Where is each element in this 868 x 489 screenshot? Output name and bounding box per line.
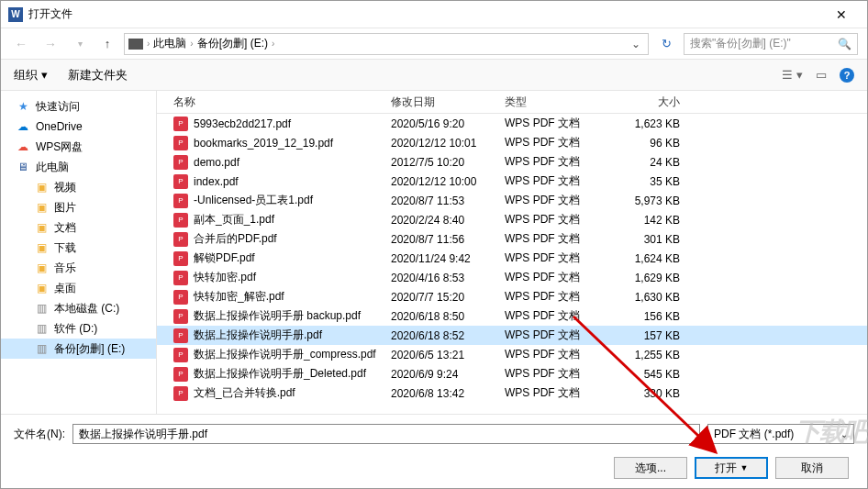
file-type: WPS PDF 文档 xyxy=(505,116,614,131)
file-row[interactable]: P文档_已合并转换.pdf2020/6/8 13:42WPS PDF 文档330… xyxy=(157,383,867,403)
file-size: 1,623 KB xyxy=(614,117,687,130)
search-icon[interactable]: 🔍 xyxy=(838,38,851,50)
file-size: 35 KB xyxy=(614,175,687,188)
sidebar-item[interactable]: ▣视频 xyxy=(1,177,156,197)
history-dropdown-icon[interactable]: ▾ xyxy=(69,33,91,55)
file-date: 2012/7/5 10:20 xyxy=(391,156,505,169)
disk-icon: ▥ xyxy=(34,302,49,315)
sidebar-item-label: 视频 xyxy=(54,180,76,195)
pdf-icon: P xyxy=(173,271,188,285)
filename-input[interactable] xyxy=(72,424,700,444)
file-name: 副本_页面_1.pdf xyxy=(194,212,274,228)
folder-icon: ▣ xyxy=(34,241,49,254)
file-name: 快转加密_解密.pdf xyxy=(194,289,284,305)
file-name: bookmarks_2019_12_19.pdf xyxy=(194,137,333,150)
file-size: 24 KB xyxy=(614,156,687,169)
file-date: 2020/2/24 8:40 xyxy=(391,214,505,227)
file-type: WPS PDF 文档 xyxy=(505,193,614,208)
sidebar-item-label: 音乐 xyxy=(54,261,76,276)
pdf-icon: P xyxy=(173,290,188,305)
file-type: WPS PDF 文档 xyxy=(505,270,614,285)
up-button[interactable]: ↑ xyxy=(98,35,117,53)
file-date: 2020/6/8 13:42 xyxy=(391,387,505,400)
file-date: 2020/5/16 9:20 xyxy=(391,117,505,130)
sidebar-item-label: 桌面 xyxy=(54,281,76,296)
sidebar-item[interactable]: ▥备份[勿删] (E:) xyxy=(1,339,156,359)
file-size: 142 KB xyxy=(614,214,687,227)
refresh-button[interactable]: ↻ xyxy=(656,37,676,50)
file-date: 2020/6/9 9:24 xyxy=(391,368,505,381)
file-type: WPS PDF 文档 xyxy=(505,135,614,150)
col-header-name[interactable]: 名称 xyxy=(157,94,391,110)
breadcrumb-dropdown-icon[interactable]: ⌄ xyxy=(628,38,644,50)
view-mode-icon[interactable]: ☰ ▾ xyxy=(782,68,803,82)
content-area: ★快速访问☁OneDrive☁WPS网盘🖥此电脑▣视频▣图片▣文档▣下载▣音乐▣… xyxy=(1,91,867,414)
file-type: WPS PDF 文档 xyxy=(505,173,614,189)
sidebar-item[interactable]: ▥软件 (D:) xyxy=(1,318,156,339)
star-icon: ★ xyxy=(16,100,30,113)
file-name: 合并后的PDF.pdf xyxy=(194,231,277,247)
pdf-icon: P xyxy=(173,117,188,131)
filename-row: 文件名(N): PDF 文档 (*.pdf) ⌄ xyxy=(14,424,854,444)
file-row[interactable]: P解锁PDF.pdf2020/11/24 9:42WPS PDF 文档1,624… xyxy=(157,249,867,268)
file-row[interactable]: P快转加密_解密.pdf2020/7/7 15:20WPS PDF 文档1,63… xyxy=(157,287,867,306)
close-icon[interactable]: ✕ xyxy=(823,7,860,22)
new-folder-button[interactable]: 新建文件夹 xyxy=(68,67,128,83)
file-date: 2020/6/5 13:21 xyxy=(391,349,505,361)
col-header-date[interactable]: 修改日期 xyxy=(391,94,505,110)
breadcrumb-drive[interactable]: 备份[勿删] (E:) xyxy=(197,36,268,51)
open-button[interactable]: 打开▼ xyxy=(695,457,768,479)
search-input[interactable]: 搜索"备份[勿删] (E:)" 🔍 xyxy=(684,33,858,55)
preview-pane-icon[interactable]: ▭ xyxy=(816,68,827,82)
file-row[interactable]: P5993ecb2dd217.pdf2020/5/16 9:20WPS PDF … xyxy=(157,114,867,133)
breadcrumb[interactable]: › 此电脑 › 备份[勿删] (E:) › ⌄ xyxy=(124,33,649,55)
options-button[interactable]: 选项... xyxy=(614,457,687,479)
sidebar-item[interactable]: ▥本地磁盘 (C:) xyxy=(1,298,156,318)
sidebar-item[interactable]: ▣下载 xyxy=(1,238,156,258)
view-controls: ☰ ▾ ▭ ? xyxy=(782,68,854,83)
file-row[interactable]: P合并后的PDF.pdf2020/8/7 11:56WPS PDF 文档301 … xyxy=(157,229,867,249)
sidebar-item[interactable]: 🖥此电脑 xyxy=(1,157,156,177)
sidebar-item[interactable]: ★快速访问 xyxy=(1,96,156,117)
file-name: 快转加密.pdf xyxy=(194,270,256,285)
sidebar-item[interactable]: ☁WPS网盘 xyxy=(1,137,156,157)
pdf-icon: P xyxy=(173,213,188,228)
col-header-size[interactable]: 大小 xyxy=(614,94,687,110)
file-size: 96 KB xyxy=(614,137,687,150)
file-size: 1,255 KB xyxy=(614,349,687,361)
file-row[interactable]: P-Unlicensed-员工表1.pdf2020/8/7 11:53WPS P… xyxy=(157,191,867,210)
file-row[interactable]: P数据上报操作说明手册 backup.pdf2020/6/18 8:50WPS … xyxy=(157,306,867,326)
file-row[interactable]: P快转加密.pdf2020/4/16 8:53WPS PDF 文档1,629 K… xyxy=(157,268,867,287)
sidebar-item[interactable]: ▣文档 xyxy=(1,217,156,238)
sidebar-item[interactable]: ▣图片 xyxy=(1,197,156,217)
file-type: WPS PDF 文档 xyxy=(505,289,614,305)
file-row[interactable]: P数据上报操作说明手册.pdf2020/6/18 8:52WPS PDF 文档1… xyxy=(157,326,867,345)
sidebar-item[interactable]: ☁OneDrive xyxy=(1,117,156,137)
back-button[interactable]: ← xyxy=(10,33,32,55)
col-header-type[interactable]: 类型 xyxy=(505,94,614,110)
file-name: 数据上报操作说明手册 backup.pdf xyxy=(194,308,361,324)
list-body[interactable]: P5993ecb2dd217.pdf2020/5/16 9:20WPS PDF … xyxy=(157,114,867,414)
file-row[interactable]: Pbookmarks_2019_12_19.pdf2020/12/12 10:0… xyxy=(157,133,867,152)
file-row[interactable]: P数据上报操作说明手册_compress.pdf2020/6/5 13:21WP… xyxy=(157,345,867,364)
disk-icon: ▥ xyxy=(34,342,49,355)
file-size: 1,630 KB xyxy=(614,291,687,304)
file-type: WPS PDF 文档 xyxy=(505,231,614,247)
open-file-dialog: W 打开文件 ✕ ← → ▾ ↑ › 此电脑 › 备份[勿删] (E:) › ⌄… xyxy=(0,0,868,489)
help-icon[interactable]: ? xyxy=(840,68,854,83)
folder-icon: ▣ xyxy=(34,261,49,274)
file-row[interactable]: P副本_页面_1.pdf2020/2/24 8:40WPS PDF 文档142 … xyxy=(157,210,867,229)
file-size: 1,629 KB xyxy=(614,272,687,284)
file-row[interactable]: Pindex.pdf2020/12/12 10:00WPS PDF 文档35 K… xyxy=(157,172,867,191)
file-date: 2020/4/16 8:53 xyxy=(391,272,505,284)
file-size: 157 KB xyxy=(614,329,687,342)
file-date: 2020/11/24 9:42 xyxy=(391,252,505,265)
file-row[interactable]: Pdemo.pdf2012/7/5 10:20WPS PDF 文档24 KB xyxy=(157,152,867,172)
cancel-button[interactable]: 取消 xyxy=(775,457,849,479)
sidebar-item[interactable]: ▣音乐 xyxy=(1,258,156,278)
file-row[interactable]: P数据上报操作说明手册_Deleted.pdf2020/6/9 9:24WPS … xyxy=(157,364,867,383)
sidebar-item[interactable]: ▣桌面 xyxy=(1,278,156,298)
file-name: index.pdf xyxy=(194,175,239,188)
organize-button[interactable]: 组织 ▾ xyxy=(14,67,48,83)
breadcrumb-root[interactable]: 此电脑 xyxy=(153,36,186,51)
